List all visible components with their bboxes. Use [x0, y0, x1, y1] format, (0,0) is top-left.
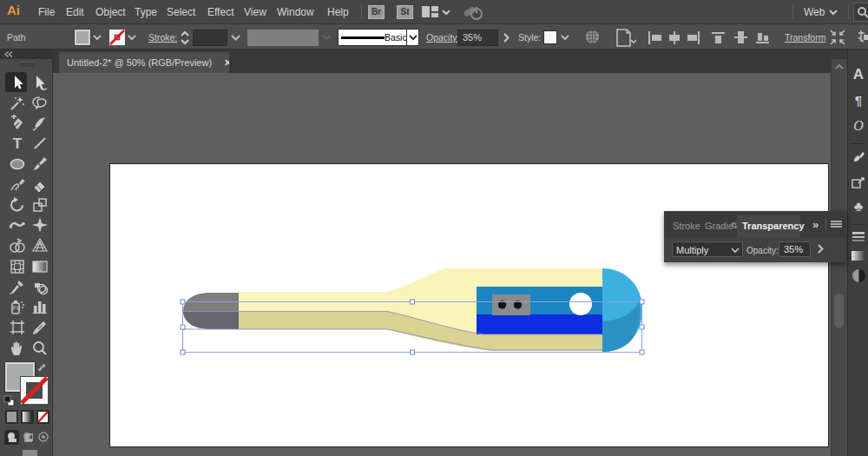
svg-text:Fö: Fö: [13, 305, 20, 311]
svg-text:T: T: [13, 135, 23, 152]
